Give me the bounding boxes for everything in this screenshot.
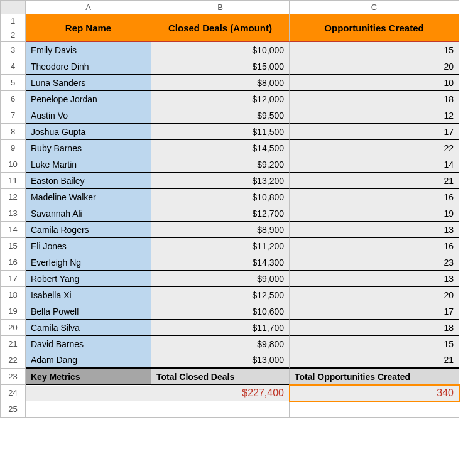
opps-cell[interactable]: 20 bbox=[290, 58, 459, 75]
column-header-b[interactable]: B bbox=[151, 1, 290, 14]
total-opps-label[interactable]: Total Opportunities Created bbox=[290, 369, 459, 385]
rep-name-cell[interactable]: David Barnes bbox=[26, 336, 151, 352]
opps-cell[interactable]: 12 bbox=[290, 107, 459, 124]
amount-cell[interactable]: $14,500 bbox=[151, 140, 290, 156]
row-header-10[interactable]: 10 bbox=[1, 156, 26, 173]
row-header-25[interactable]: 25 bbox=[1, 401, 26, 418]
opps-cell[interactable]: 13 bbox=[290, 271, 459, 287]
opps-cell[interactable]: 23 bbox=[290, 254, 459, 271]
row-header-3[interactable]: 3 bbox=[1, 42, 26, 58]
rep-name-cell[interactable]: Theodore Dinh bbox=[26, 58, 151, 75]
amount-cell[interactable]: $11,200 bbox=[151, 238, 290, 254]
empty-cell[interactable] bbox=[26, 401, 151, 418]
rep-name-cell[interactable]: Isabella Xi bbox=[26, 287, 151, 303]
opps-cell[interactable]: 21 bbox=[290, 173, 459, 189]
row-header-13[interactable]: 13 bbox=[1, 205, 26, 222]
amount-cell[interactable]: $12,500 bbox=[151, 287, 290, 303]
row-header-23[interactable]: 23 bbox=[1, 369, 26, 385]
amount-cell[interactable]: $10,600 bbox=[151, 303, 290, 320]
amount-cell[interactable]: $12,700 bbox=[151, 205, 290, 222]
amount-cell[interactable]: $9,800 bbox=[151, 336, 290, 352]
total-row-a[interactable] bbox=[26, 385, 151, 401]
row-header-7[interactable]: 7 bbox=[1, 107, 26, 124]
amount-cell[interactable]: $8,000 bbox=[151, 75, 290, 91]
amount-cell[interactable]: $10,800 bbox=[151, 189, 290, 205]
opps-cell[interactable]: 14 bbox=[290, 156, 459, 173]
corner-cell[interactable] bbox=[1, 1, 26, 14]
amount-cell[interactable]: $9,500 bbox=[151, 107, 290, 124]
rep-name-cell[interactable]: Camila Silva bbox=[26, 320, 151, 336]
opps-cell[interactable]: 20 bbox=[290, 287, 459, 303]
rep-name-cell[interactable]: Easton Bailey bbox=[26, 173, 151, 189]
rep-name-cell[interactable]: Camila Rogers bbox=[26, 222, 151, 238]
total-opps-value[interactable]: 340 bbox=[290, 385, 459, 401]
amount-cell[interactable]: $8,900 bbox=[151, 222, 290, 238]
rep-name-cell[interactable]: Madeline Walker bbox=[26, 189, 151, 205]
amount-cell[interactable]: $13,000 bbox=[151, 352, 290, 369]
column-header-c[interactable]: C bbox=[290, 1, 459, 14]
row-header-24[interactable]: 24 bbox=[1, 385, 26, 401]
opps-cell[interactable]: 19 bbox=[290, 205, 459, 222]
row-header-4[interactable]: 4 bbox=[1, 58, 26, 75]
header-rep-name[interactable]: Rep Name bbox=[26, 14, 151, 42]
empty-cell[interactable] bbox=[290, 401, 459, 418]
opps-cell[interactable]: 18 bbox=[290, 91, 459, 107]
header-opportunities[interactable]: Opportunities Created bbox=[290, 14, 459, 42]
rep-name-cell[interactable]: Penelope Jordan bbox=[26, 91, 151, 107]
row-header-18[interactable]: 18 bbox=[1, 287, 26, 303]
row-header-16[interactable]: 16 bbox=[1, 254, 26, 271]
opps-cell[interactable]: 10 bbox=[290, 75, 459, 91]
amount-cell[interactable]: $9,000 bbox=[151, 271, 290, 287]
key-metrics-label[interactable]: Key Metrics bbox=[26, 369, 151, 385]
rep-name-cell[interactable]: Everleigh Ng bbox=[26, 254, 151, 271]
opps-cell[interactable]: 18 bbox=[290, 320, 459, 336]
rep-name-cell[interactable]: Emily Davis bbox=[26, 42, 151, 58]
row-header-21[interactable]: 21 bbox=[1, 336, 26, 352]
rep-name-cell[interactable]: Bella Powell bbox=[26, 303, 151, 320]
opps-cell[interactable]: 15 bbox=[290, 336, 459, 352]
header-closed-deals[interactable]: Closed Deals (Amount) bbox=[151, 14, 290, 42]
opps-cell[interactable]: 13 bbox=[290, 222, 459, 238]
opps-cell[interactable]: 16 bbox=[290, 189, 459, 205]
opps-cell[interactable]: 16 bbox=[290, 238, 459, 254]
opps-cell[interactable]: 21 bbox=[290, 352, 459, 369]
rep-name-cell[interactable]: Luke Martin bbox=[26, 156, 151, 173]
row-header-9[interactable]: 9 bbox=[1, 140, 26, 156]
rep-name-cell[interactable]: Adam Dang bbox=[26, 352, 151, 369]
row-header-17[interactable]: 17 bbox=[1, 271, 26, 287]
amount-cell[interactable]: $13,200 bbox=[151, 173, 290, 189]
rep-name-cell[interactable]: Robert Yang bbox=[26, 271, 151, 287]
amount-cell[interactable]: $14,300 bbox=[151, 254, 290, 271]
amount-cell[interactable]: $9,200 bbox=[151, 156, 290, 173]
row-header-11[interactable]: 11 bbox=[1, 173, 26, 189]
row-header-19[interactable]: 19 bbox=[1, 303, 26, 320]
amount-cell[interactable]: $11,500 bbox=[151, 124, 290, 140]
row-header-8[interactable]: 8 bbox=[1, 124, 26, 140]
rep-name-cell[interactable]: Eli Jones bbox=[26, 238, 151, 254]
opps-cell[interactable]: 22 bbox=[290, 140, 459, 156]
row-header-12[interactable]: 12 bbox=[1, 189, 26, 205]
row-header-14[interactable]: 14 bbox=[1, 222, 26, 238]
row-header-5[interactable]: 5 bbox=[1, 75, 26, 91]
row-header-6[interactable]: 6 bbox=[1, 91, 26, 107]
empty-cell[interactable] bbox=[151, 401, 290, 418]
total-closed-deals-label[interactable]: Total Closed Deals bbox=[151, 369, 290, 385]
opps-cell[interactable]: 17 bbox=[290, 124, 459, 140]
column-header-a[interactable]: A bbox=[26, 1, 151, 14]
spreadsheet-grid[interactable]: ABC12Rep NameClosed Deals (Amount)Opport… bbox=[0, 0, 459, 418]
rep-name-cell[interactable]: Ruby Barnes bbox=[26, 140, 151, 156]
rep-name-cell[interactable]: Savannah Ali bbox=[26, 205, 151, 222]
total-closed-deals-value[interactable]: $227,400 bbox=[151, 385, 290, 401]
opps-cell[interactable]: 17 bbox=[290, 303, 459, 320]
row-header-20[interactable]: 20 bbox=[1, 320, 26, 336]
row-header-15[interactable]: 15 bbox=[1, 238, 26, 254]
opps-cell[interactable]: 15 bbox=[290, 42, 459, 58]
row-header-22[interactable]: 22 bbox=[1, 352, 26, 369]
amount-cell[interactable]: $11,700 bbox=[151, 320, 290, 336]
amount-cell[interactable]: $10,000 bbox=[151, 42, 290, 58]
rep-name-cell[interactable]: Joshua Gupta bbox=[26, 124, 151, 140]
rep-name-cell[interactable]: Luna Sanders bbox=[26, 75, 151, 91]
amount-cell[interactable]: $12,000 bbox=[151, 91, 290, 107]
row-header-1-2[interactable]: 12 bbox=[1, 14, 26, 42]
amount-cell[interactable]: $15,000 bbox=[151, 58, 290, 75]
